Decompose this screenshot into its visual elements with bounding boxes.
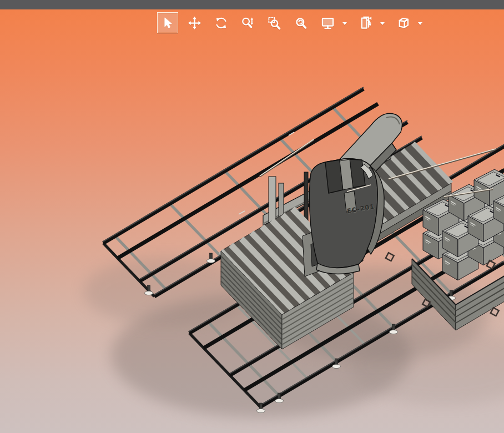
model-views-dropdown-caret[interactable] — [380, 22, 385, 25]
move-arrows-icon — [187, 16, 202, 31]
sheet-arrow-icon — [358, 16, 373, 31]
zoom-to-area-tool-button[interactable] — [264, 12, 285, 33]
zoom-to-fit-tool-button[interactable] — [290, 12, 311, 33]
title-bar — [0, 0, 504, 9]
display-options-button[interactable] — [317, 12, 338, 33]
view-orientation-dropdown-caret[interactable] — [418, 22, 422, 25]
view-orientation-button[interactable] — [392, 12, 414, 33]
rotate-arrows-icon — [214, 16, 229, 31]
cursor-icon — [160, 16, 175, 31]
pan-tool-button[interactable] — [184, 12, 205, 33]
select-tool-button[interactable] — [157, 12, 178, 33]
magnifier-circle-icon — [294, 16, 309, 31]
model-viewport[interactable]: EC-201 EC-201 — [0, 9, 504, 433]
model-views-button[interactable] — [355, 12, 376, 33]
cube-icon — [396, 16, 411, 31]
magnifier-dashed-box-icon — [267, 16, 282, 31]
display-options-dropdown-caret[interactable] — [342, 22, 347, 25]
zoom-in-out-tool-button[interactable] — [237, 12, 258, 33]
view-toolbar — [157, 12, 430, 34]
monitor-icon — [320, 16, 335, 31]
magnifier-updown-icon — [240, 16, 255, 31]
rotate-tool-button[interactable] — [210, 12, 231, 33]
cad-model-scene: EC-201 EC-201 — [0, 9, 504, 433]
edrawings-window: EC-201 EC-201 — [0, 0, 504, 433]
